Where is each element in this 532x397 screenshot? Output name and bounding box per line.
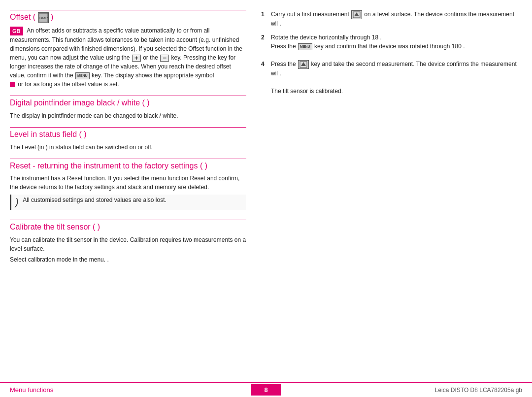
warning-symbol-icon: ): [15, 197, 19, 208]
step-2-text1: Rotate the device horizontally through 1…: [271, 34, 378, 41]
calibrate-dot: .: [107, 256, 108, 263]
pointfinder-title: Digital pointfinder image black / white …: [10, 96, 246, 108]
step-2-content: Rotate the device horizontally through 1…: [271, 33, 517, 51]
pointfinder-text: The display in pointfinder mode can be c…: [10, 111, 246, 120]
footer-page-number: 8: [251, 384, 281, 396]
calibrate-close: ): [98, 223, 100, 231]
step-1-content: Carry out a first measurement on a level…: [271, 10, 517, 28]
plus-key-icon: +: [132, 55, 141, 62]
reset-text: The instrument has a Reset function. If …: [10, 174, 246, 192]
level-close: ): [84, 130, 86, 138]
footer: Menu functions 8 Leica DISTO D8 LCA78220…: [0, 382, 532, 397]
menu-key-icon-2: MENU: [298, 43, 312, 50]
reset-title: Reset - returning the instrument to the …: [10, 159, 246, 171]
section-calibrate: Calibrate the tilt sensor ( ) You can ca…: [10, 220, 246, 264]
step-2-text2: key and confirm that the device was rota…: [314, 43, 465, 50]
step-1-dot: .: [279, 20, 281, 27]
level-title-text: Level in status field (: [10, 130, 82, 138]
main-content: Offset ( BMP ) GB An offset adds or subt…: [0, 0, 532, 382]
menu-key-icon: MENU: [75, 72, 90, 79]
step-4: 4 Press the key and take the second meas…: [261, 60, 517, 78]
svg-text:BMP: BMP: [39, 16, 48, 20]
tilt-calibrated-text: The tilt sensor is calibrated.: [271, 88, 343, 95]
gb-label: GB: [10, 27, 23, 36]
step-2-num: 2: [261, 33, 268, 42]
pointfinder-close: ): [147, 99, 149, 107]
tilt-calibrated-row: The tilt sensor is calibrated.: [261, 88, 517, 95]
step-1-text1: Carry out a first measurement: [271, 11, 349, 18]
section-level: Level in status field ( ) The Level (in …: [10, 127, 246, 152]
level-title: Level in status field ( ): [10, 127, 246, 140]
offset-text6: for as long as the offset value is set.: [25, 81, 119, 88]
calibrate-title: Calibrate the tilt sensor ( ): [10, 220, 246, 232]
page-container: Offset ( BMP ) GB An offset adds or subt…: [0, 0, 532, 397]
calibrate-text2: Select calibration mode in the menu. .: [10, 255, 246, 264]
reset-close: ): [205, 162, 207, 170]
calibrate-select-text: Select calibration mode in the menu.: [10, 256, 105, 263]
offset-text4: key. The display shows the appropriate s…: [92, 72, 214, 79]
minus-key-icon: −: [160, 55, 169, 62]
reset-title-text: Reset - returning the instrument to the …: [10, 162, 202, 170]
section-reset: Reset - returning the instrument to the …: [10, 159, 246, 213]
section-pointfinder: Digital pointfinder image black / white …: [10, 96, 246, 120]
footer-left: Menu functions: [10, 386, 251, 394]
color-square-icon: [10, 82, 15, 87]
level-text: The Level (in ) in status field can be s…: [10, 143, 246, 152]
calibrate-text1: You can calibrate the tilt sensor in the…: [10, 235, 246, 253]
section-offset: Offset ( BMP ) GB An offset adds or subt…: [10, 10, 246, 89]
footer-right: Leica DISTO D8 LCA782205a gb: [281, 387, 522, 394]
warning-box: ) All customised settings and stored val…: [10, 195, 246, 210]
offset-title: Offset ( BMP ): [10, 10, 246, 23]
step-2-dot1: .: [380, 34, 381, 41]
step-4-dot: .: [279, 70, 281, 77]
offset-or: or the: [143, 54, 160, 61]
step-1-num: 1: [261, 10, 268, 19]
offset-text: GB An offset adds or subtracts a specifi…: [10, 26, 246, 89]
step-1: 1 Carry out a first measurement on a lev…: [261, 10, 517, 28]
measure-icon-1: [351, 10, 362, 19]
step-2-press: Press the: [271, 43, 296, 50]
measure-icon-2: [298, 60, 309, 69]
left-column: Offset ( BMP ) GB An offset adds or subt…: [10, 10, 246, 377]
calibrate-title-text: Calibrate the tilt sensor (: [10, 223, 95, 231]
step-4-num: 4: [261, 60, 268, 68]
pointfinder-title-text: Digital pointfinder image black / white …: [10, 99, 145, 107]
step-4-press: Press the: [271, 61, 296, 67]
offset-icon: BMP: [38, 12, 49, 23]
offset-close-paren: ): [51, 13, 53, 21]
offset-title-text: Offset (: [10, 13, 35, 21]
step-2: 2 Rotate the device horizontally through…: [261, 33, 517, 51]
step-4-content: Press the key and take the second measur…: [271, 60, 517, 78]
warning-text: All customised settings and stored value…: [23, 197, 166, 203]
right-column: 1 Carry out a first measurement on a lev…: [261, 10, 517, 377]
offset-or2: or: [18, 81, 25, 88]
